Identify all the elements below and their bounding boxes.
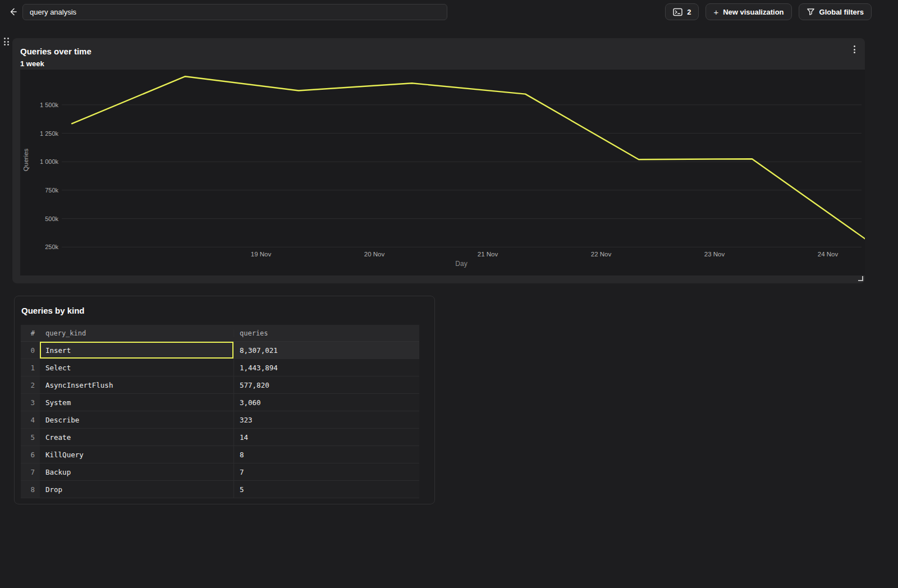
query-kind-cell[interactable]: Insert	[40, 342, 233, 359]
queries-value-cell[interactable]: 3,060	[233, 394, 419, 411]
query-kind-cell[interactable]: KillQuery	[40, 446, 233, 463]
query-kind-cell[interactable]: System	[40, 394, 233, 411]
queries-value-cell[interactable]: 5	[233, 481, 419, 498]
chart-plot-area: 250k500k750k1 000k1 250k1 500kQueries19 …	[20, 70, 865, 275]
queries-chart-svg: 250k500k750k1 000k1 250k1 500kQueries19 …	[20, 70, 865, 275]
y-tick-label: 1 500k	[40, 102, 59, 108]
table-row: 8Drop5	[21, 481, 419, 498]
chart-panel-title: Queries over time	[20, 47, 91, 56]
x-tick-label: 19 Nov	[251, 251, 272, 258]
panel-resize-handle[interactable]	[858, 276, 863, 281]
topbar-actions: 2 + New visualization Global filters	[665, 3, 872, 20]
query-kind-cell[interactable]: Select	[40, 359, 233, 376]
top-bar: 2 + New visualization Global filters	[0, 0, 898, 24]
queries-value-cell[interactable]: 323	[233, 411, 419, 428]
global-filters-button[interactable]: Global filters	[799, 3, 872, 20]
queries-by-kind-panel: Queries by kind # query_kind queries 0In…	[14, 296, 435, 504]
filter-funnel-icon	[807, 8, 815, 16]
row-index-cell[interactable]: 5	[21, 429, 40, 445]
row-index-cell[interactable]: 3	[21, 394, 40, 411]
row-index-cell[interactable]: 8	[21, 481, 40, 498]
query-kind-cell[interactable]: Drop	[40, 481, 233, 498]
table-row: 4Describe323	[21, 411, 419, 429]
y-axis-label: Queries	[22, 149, 29, 172]
queries-series-line	[72, 76, 865, 239]
table-row: 3System3,060	[21, 394, 419, 411]
header-query-kind-column[interactable]: query_kind	[40, 329, 233, 337]
row-index-cell[interactable]: 7	[21, 463, 40, 480]
table-panel-title: Queries by kind	[21, 306, 85, 315]
queries-value-cell[interactable]: 8,307,021	[233, 342, 419, 359]
sql-console-button[interactable]: 2	[665, 3, 699, 20]
table-body: 0Insert8,307,0211Select1,443,8942AsyncIn…	[21, 342, 419, 498]
y-tick-label: 1 000k	[40, 158, 59, 165]
x-tick-label: 21 Nov	[478, 251, 498, 258]
console-count: 2	[687, 8, 691, 16]
table-row: 5Create14	[21, 429, 419, 446]
x-tick-label: 22 Nov	[591, 251, 612, 258]
queries-value-cell[interactable]: 1,443,894	[233, 359, 419, 376]
x-tick-label: 23 Nov	[704, 251, 725, 258]
header-queries-column[interactable]: queries	[233, 329, 419, 337]
panel-drag-handle[interactable]	[4, 38, 11, 47]
queries-value-cell[interactable]: 577,820	[233, 376, 419, 393]
row-index-cell[interactable]: 2	[21, 376, 40, 393]
header-index-column[interactable]: #	[21, 329, 40, 337]
table-row: 6KillQuery8	[21, 446, 419, 463]
x-axis-label: Day	[455, 260, 467, 268]
sql-console-icon	[673, 8, 682, 16]
query-kind-cell[interactable]: Describe	[40, 411, 233, 428]
y-tick-label: 250k	[45, 244, 58, 250]
y-tick-label: 1 250k	[40, 130, 59, 137]
y-tick-label: 500k	[45, 215, 58, 222]
table-row: 1Select1,443,894	[21, 359, 419, 376]
dashboard-title-input[interactable]	[22, 4, 447, 20]
plus-icon: +	[713, 7, 718, 17]
row-index-cell[interactable]: 6	[21, 446, 40, 463]
new-visualization-button[interactable]: + New visualization	[705, 3, 791, 20]
query-kind-cell[interactable]: Backup	[40, 463, 233, 480]
global-filters-label: Global filters	[819, 8, 864, 16]
y-tick-label: 750k	[45, 187, 58, 194]
new-visualization-label: New visualization	[723, 8, 784, 16]
table-row: 0Insert8,307,021	[21, 342, 419, 359]
row-index-cell[interactable]: 0	[21, 342, 40, 359]
row-index-cell[interactable]: 4	[21, 411, 40, 428]
query-kind-cell[interactable]: Create	[40, 429, 233, 445]
x-tick-label: 20 Nov	[364, 251, 385, 258]
row-index-cell[interactable]: 1	[21, 359, 40, 376]
x-tick-label: 24 Nov	[818, 251, 839, 258]
table-row: 2AsyncInsertFlush577,820	[21, 376, 419, 394]
queries-value-cell[interactable]: 14	[233, 429, 419, 445]
queries-value-cell[interactable]: 7	[233, 463, 419, 480]
query-kind-cell[interactable]: AsyncInsertFlush	[40, 376, 233, 393]
panel-menu-button[interactable]	[848, 43, 860, 56]
back-button[interactable]	[6, 4, 20, 19]
chart-panel-subtitle: 1 week	[20, 59, 44, 68]
queries-value-cell[interactable]: 8	[233, 446, 419, 463]
arrow-left-icon	[8, 7, 18, 17]
queries-table: # query_kind queries 0Insert8,307,0211Se…	[21, 325, 419, 498]
table-row: 7Backup7	[21, 463, 419, 481]
queries-over-time-panel: Queries over time 1 week 250k500k750k1 0…	[12, 38, 865, 283]
kebab-menu-icon	[854, 45, 855, 47]
table-header-row: # query_kind queries	[21, 325, 419, 342]
